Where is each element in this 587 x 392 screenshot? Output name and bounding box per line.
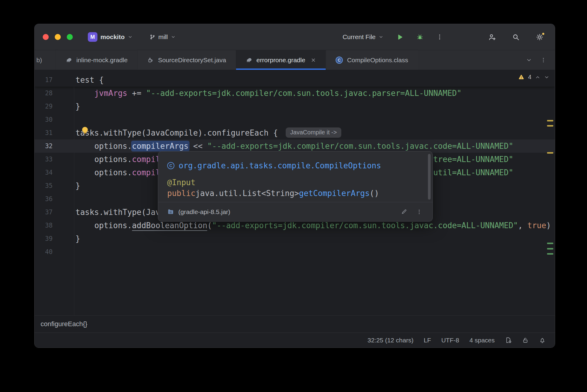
code-token: "--add-exports=jdk.compiler/com.sun.tool… bbox=[212, 221, 518, 230]
quick-documentation-popup[interactable]: C org.gradle.api.tasks.compile.CompileOp… bbox=[158, 151, 433, 222]
error-stripe-warning-mark[interactable] bbox=[547, 152, 553, 154]
code-line-29[interactable]: 29} bbox=[35, 100, 555, 113]
line-number: 37 bbox=[35, 206, 53, 219]
inspections-widget[interactable]: 4 bbox=[518, 74, 549, 81]
warning-triangle-icon bbox=[518, 74, 524, 80]
vcs-branch-widget[interactable]: mill bbox=[149, 33, 176, 41]
code-token: tasks.withType(JavaCompile).configureEac… bbox=[75, 128, 278, 137]
class-icon: C bbox=[167, 162, 174, 169]
library-folder-icon bbox=[167, 208, 174, 215]
debug-button[interactable] bbox=[416, 33, 424, 41]
tab-errorprone-gradle[interactable]: errorprone.gradle bbox=[236, 50, 326, 70]
search-everywhere-icon[interactable] bbox=[512, 33, 520, 41]
indent-selector[interactable]: 4 spaces bbox=[469, 337, 495, 344]
breadcrumb-item[interactable]: configureEach{} bbox=[41, 320, 87, 328]
code-token: getCompilerArgs bbox=[299, 189, 370, 198]
notifications-bell-icon[interactable] bbox=[539, 337, 546, 344]
code-token bbox=[75, 142, 94, 151]
tab-label: CompileOptions.class bbox=[347, 57, 408, 64]
error-stripe-warning-mark[interactable] bbox=[547, 125, 553, 127]
error-stripe-warning-mark[interactable] bbox=[547, 120, 553, 121]
line-ending-selector[interactable]: LF bbox=[424, 337, 431, 344]
editor-tab-bar: b) inline-mock.gradle SourceDirectorySet… bbox=[35, 50, 555, 70]
chevron-down-icon bbox=[128, 35, 133, 39]
code-token: addBooleanOption bbox=[132, 221, 207, 231]
settings-gear-icon[interactable] bbox=[536, 33, 544, 41]
inlay-hint[interactable]: JavaCompile it -> bbox=[286, 127, 341, 138]
more-actions-kebab-icon[interactable] bbox=[436, 34, 443, 40]
code-line-31[interactable]: 31tasks.withType(JavaCompile).configureE… bbox=[35, 126, 555, 139]
popup-footer-actions bbox=[401, 209, 422, 215]
code-token bbox=[75, 155, 94, 164]
code-token: () bbox=[370, 189, 379, 198]
code-style-settings-icon[interactable] bbox=[505, 337, 512, 344]
code-token: jvmArgs bbox=[94, 89, 128, 98]
code-text: test { bbox=[75, 73, 104, 87]
project-name: mockito bbox=[100, 33, 125, 41]
line-number: 28 bbox=[35, 87, 53, 100]
error-stripe-vcs-mark[interactable] bbox=[547, 248, 553, 250]
code-line-32[interactable]: 32 options.compilerArgs << "--add-export… bbox=[35, 139, 555, 153]
ide-window: M mockito mill Current File bbox=[34, 24, 555, 348]
close-tab-icon[interactable] bbox=[311, 57, 316, 63]
error-stripe-vcs-mark[interactable] bbox=[547, 243, 553, 244]
edit-source-pencil-icon[interactable] bbox=[401, 209, 407, 215]
line-number: 29 bbox=[35, 100, 53, 113]
code-token: options. bbox=[94, 168, 132, 177]
line-number: 38 bbox=[35, 219, 53, 232]
sticky-header-line[interactable]: 17test { bbox=[35, 70, 555, 87]
previous-problem-chevron-up-icon[interactable] bbox=[535, 75, 540, 80]
minimize-window-button[interactable] bbox=[55, 34, 61, 40]
code-line-39[interactable]: 39} bbox=[35, 232, 555, 245]
popup-scrollbar[interactable] bbox=[428, 154, 431, 200]
intention-bulb-icon[interactable] bbox=[82, 127, 88, 133]
caret-position[interactable]: 32:25 (12 chars) bbox=[367, 337, 413, 344]
line-number: 36 bbox=[35, 192, 53, 206]
code-token: } bbox=[75, 181, 80, 190]
code-text: } bbox=[75, 179, 80, 192]
code-token: java.util.List<String> bbox=[195, 189, 299, 198]
code-token: "--add-exports=jdk.compiler/com.sun.tool… bbox=[146, 89, 462, 98]
code-token: += bbox=[127, 89, 146, 98]
code-text: } bbox=[75, 100, 80, 113]
unlocked-lock-icon[interactable] bbox=[522, 337, 529, 344]
code-with-me-user-plus-icon[interactable] bbox=[488, 33, 496, 41]
editor[interactable]: 17test { 4 28 jvmArgs += "--add-exports=… bbox=[35, 70, 555, 315]
next-problem-chevron-down-icon[interactable] bbox=[544, 75, 549, 80]
tab-sourcedirectoryset-java[interactable]: SourceDirectorySet.java bbox=[137, 50, 235, 70]
zoom-window-button[interactable] bbox=[67, 34, 73, 40]
tab-list-chevron-down-icon[interactable] bbox=[526, 57, 532, 63]
popup-footer: (gradle-api-8.5.jar) bbox=[158, 202, 432, 221]
tab-partial[interactable]: b) bbox=[35, 50, 56, 70]
run-config-selector[interactable]: Current File bbox=[343, 33, 383, 41]
code-line-17[interactable]: 17test { bbox=[35, 73, 555, 87]
project-widget[interactable]: M mockito bbox=[88, 32, 133, 42]
code-token: test { bbox=[75, 75, 104, 84]
library-jar-label: (gradle-api-8.5.jar) bbox=[178, 208, 230, 216]
code-line-30[interactable]: 30 bbox=[35, 113, 555, 126]
line-number: 33 bbox=[35, 153, 53, 166]
error-stripe-vcs-mark[interactable] bbox=[547, 253, 553, 255]
tab-compileoptions-class[interactable]: C CompileOptions.class bbox=[326, 50, 418, 70]
close-window-button[interactable] bbox=[43, 34, 49, 40]
code-text: } bbox=[75, 232, 80, 245]
line-number: 35 bbox=[35, 179, 53, 192]
code-line-28[interactable]: 28 jvmArgs += "--add-exports=jdk.compile… bbox=[35, 87, 555, 100]
line-number: 31 bbox=[35, 126, 53, 139]
window-controls bbox=[43, 34, 73, 40]
code-text: options.compilerArgs << "--add-exports=j… bbox=[75, 139, 513, 153]
class-reference-link[interactable]: org.gradle.api.tasks.compile.CompileOpti… bbox=[179, 161, 381, 170]
java-file-icon bbox=[147, 57, 154, 63]
run-toolbar: Current File bbox=[343, 33, 443, 41]
line-number: 34 bbox=[35, 166, 53, 179]
code-line-40[interactable]: 40 bbox=[35, 245, 555, 259]
tab-label: inline-mock.gradle bbox=[76, 57, 128, 64]
encoding-selector[interactable]: UTF-8 bbox=[441, 337, 459, 344]
popup-options-kebab-icon[interactable] bbox=[416, 209, 422, 215]
run-button[interactable] bbox=[396, 33, 404, 41]
tab-options-kebab-icon[interactable] bbox=[540, 57, 546, 63]
popup-body: C org.gradle.api.tasks.compile.CompileOp… bbox=[158, 152, 432, 198]
settings-notification-dot bbox=[542, 32, 545, 35]
gradle-icon bbox=[246, 57, 252, 63]
tab-inline-mock-gradle[interactable]: inline-mock.gradle bbox=[56, 50, 137, 70]
